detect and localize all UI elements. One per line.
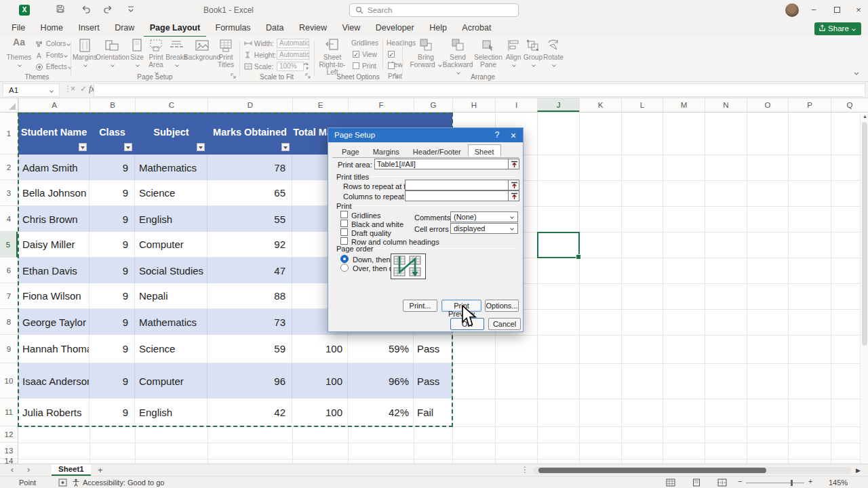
margins-button[interactable]: Margins	[72, 38, 98, 72]
send-backward-button[interactable]: Send Backward	[441, 38, 475, 72]
row-header-7[interactable]: 7	[0, 283, 18, 309]
page-layout-view-icon[interactable]	[692, 479, 701, 487]
formula-input[interactable]	[94, 83, 865, 97]
tab-scroll-divider[interactable]: ⋮	[521, 465, 529, 474]
excel-app-icon[interactable]: X	[19, 5, 30, 16]
tab-help[interactable]: Help	[423, 20, 453, 36]
filter-dropdown-icon[interactable]	[79, 143, 87, 151]
table-cell[interactable]: 9	[90, 155, 135, 180]
add-sheet-button[interactable]: +	[98, 465, 103, 475]
down-then-over-radio[interactable]	[340, 255, 349, 263]
table-cell[interactable]: 42%	[348, 399, 414, 426]
table-cell[interactable]: Ethan Davis	[18, 258, 90, 283]
scale-stepper[interactable]: ▲▼	[305, 62, 309, 72]
tab-acrobat[interactable]: Acrobat	[456, 20, 497, 36]
rows-repeat-input[interactable]	[405, 180, 509, 190]
row-header-9[interactable]: 9	[0, 335, 18, 363]
tab-developer[interactable]: Developer	[370, 20, 420, 36]
gridlines-view-checkbox[interactable]: View	[353, 49, 377, 60]
sheet-prev-icon[interactable]: ‹	[11, 465, 14, 474]
themes-button[interactable]: Aa Themes	[5, 38, 33, 72]
gridlines-print-checkbox[interactable]: Print	[353, 61, 376, 71]
close-button[interactable]: ×	[850, 2, 867, 18]
table-cell[interactable]: 9	[90, 335, 135, 363]
row-header-11[interactable]: 11	[0, 399, 18, 426]
column-header-B[interactable]: B	[90, 98, 135, 112]
tab-view[interactable]: View	[336, 20, 366, 36]
table-cell[interactable]: Bella Johnson	[18, 180, 90, 206]
table-cell[interactable]: Fiona Wilson	[18, 283, 90, 309]
tab-review[interactable]: Review	[293, 20, 333, 36]
scroll-up-icon[interactable]: ▲	[863, 114, 867, 119]
headings-print-checkbox[interactable]: Print	[388, 61, 402, 71]
table-cell[interactable]: 47	[208, 258, 292, 283]
zoom-slider[interactable]	[746, 483, 804, 483]
vertical-scrollbar-thumb[interactable]	[862, 122, 867, 346]
row-header-4[interactable]: 4	[0, 206, 18, 232]
restore-button[interactable]	[829, 2, 845, 18]
table-cell[interactable]: 100	[292, 363, 348, 399]
table-cell[interactable]: 88	[208, 283, 292, 309]
sheet-tab-sheet1[interactable]: Sheet1	[52, 464, 91, 476]
collapse-ribbon-icon[interactable]	[853, 70, 860, 77]
table-cell[interactable]: Fail	[414, 399, 452, 426]
table-cell[interactable]: 9	[90, 232, 135, 258]
print-area-collapse-button[interactable]	[508, 159, 519, 169]
table-cell[interactable]: 78	[208, 155, 292, 180]
tab-formulas[interactable]: Formulas	[210, 20, 257, 36]
horizontal-scrollbar-thumb[interactable]	[538, 468, 766, 473]
table-cell[interactable]: 65	[208, 180, 292, 206]
table-cell[interactable]: Mathematics	[135, 155, 208, 180]
table-cell[interactable]: English	[135, 399, 208, 426]
zoom-slider-thumb[interactable]	[791, 480, 793, 486]
active-cell-selection[interactable]	[537, 232, 580, 258]
tab-draw[interactable]: Draw	[108, 20, 140, 36]
column-header-O[interactable]: O	[747, 98, 788, 112]
colors-button[interactable]: Colors	[35, 39, 71, 49]
column-header-G[interactable]: G	[414, 98, 452, 112]
table-row[interactable]: Isaac Anderson9Computer9610096%Pass	[18, 363, 452, 399]
dialog-tab-header-footer[interactable]: Header/Footer	[406, 146, 468, 158]
column-header-N[interactable]: N	[705, 98, 747, 112]
row-header-10[interactable]: 10	[0, 363, 18, 399]
cancel-formula-icon[interactable]: ×	[71, 84, 75, 94]
headings-view-checkbox[interactable]: View	[388, 49, 403, 60]
tab-insert[interactable]: Insert	[72, 20, 105, 36]
table-cell[interactable]: 9	[90, 309, 135, 335]
filter-dropdown-icon[interactable]	[197, 143, 205, 151]
scale-to-fit-dialog-launcher[interactable]	[305, 73, 311, 79]
fonts-button[interactable]: A Fonts	[35, 50, 68, 61]
row-header-5[interactable]: 5	[0, 232, 18, 258]
sheet-right-to-left-button[interactable]: Sheet Right-to-Left	[316, 38, 349, 72]
row-column-headings-checkbox[interactable]	[340, 237, 348, 245]
vertical-scrollbar[interactable]: ▲	[860, 113, 868, 464]
print-button[interactable]: Print...	[403, 300, 437, 312]
table-cell[interactable]: Computer	[135, 232, 208, 258]
zoom-level[interactable]: 145%	[829, 479, 848, 487]
over-then-down-radio[interactable]	[340, 264, 349, 272]
table-cell[interactable]: Pass	[414, 363, 452, 399]
dialog-close-button[interactable]: ×	[508, 130, 519, 141]
table-cell[interactable]: Adam Smith	[18, 155, 90, 180]
table-cell[interactable]: 73	[208, 309, 292, 335]
dialog-title-bar[interactable]: Page Setup ? ×	[328, 128, 523, 142]
table-row[interactable]: Hannah Thomas9Science5910059%Pass	[18, 335, 452, 363]
table-cell[interactable]: Computer	[135, 363, 208, 399]
group-button[interactable]: Group	[522, 38, 544, 72]
customize-quick-access-icon[interactable]	[125, 4, 137, 16]
tab-home[interactable]: Home	[35, 20, 69, 36]
column-header-H[interactable]: H	[452, 98, 495, 112]
table-cell[interactable]: 42	[208, 399, 292, 426]
column-header-F[interactable]: F	[348, 98, 414, 112]
dialog-tab-sheet[interactable]: Sheet	[468, 144, 501, 157]
height-input[interactable]: Automatic	[277, 50, 309, 60]
sheet-options-dialog-launcher[interactable]	[393, 73, 399, 79]
print-titles-button[interactable]: Print Titles	[212, 38, 239, 72]
row-header-2[interactable]: 2	[0, 155, 18, 180]
table-cell[interactable]: 9	[90, 363, 135, 399]
width-input[interactable]: Automatic	[277, 39, 309, 48]
table-cell[interactable]: 92	[208, 232, 292, 258]
selection-pane-button[interactable]: Selection Pane	[473, 38, 503, 72]
table-cell[interactable]: 9	[90, 399, 135, 426]
column-header-E[interactable]: E	[292, 98, 348, 112]
